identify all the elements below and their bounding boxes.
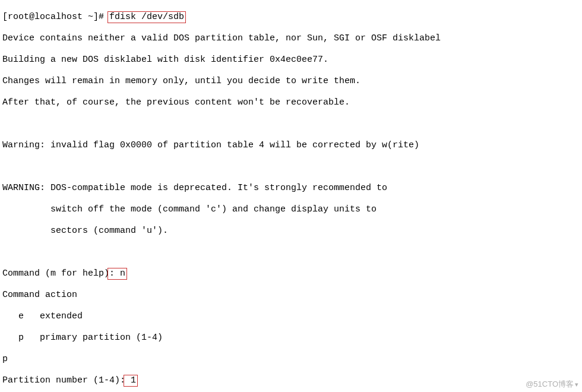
partition-number-line: Partition number (1-4): 1 xyxy=(2,375,580,386)
partition-number-prompt: Partition number (1-4): xyxy=(2,375,125,385)
output-line: Command action xyxy=(2,290,580,301)
cmd-fdisk: fdisk /dev/sdb xyxy=(107,11,186,23)
watermark-label: @51CTO博客▾ xyxy=(526,379,578,390)
output-line: sectors (command 'u'). xyxy=(2,226,580,236)
partition-number-input: 1 xyxy=(124,375,138,387)
output-line: Warning: invalid flag 0x0000 of partitio… xyxy=(2,140,580,151)
chevron-down-icon: ▾ xyxy=(575,381,578,388)
output-line: WARNING: DOS-compatible mode is deprecat… xyxy=(2,183,580,194)
output-line: After that, of course, the previous cont… xyxy=(2,97,580,108)
blank-line xyxy=(2,247,580,258)
output-line: p xyxy=(2,354,580,365)
output-line: p primary partition (1-4) xyxy=(2,333,580,343)
terminal-output[interactable]: [root@localhost ~]# fdisk /dev/sdb Devic… xyxy=(0,0,582,392)
watermark-text: @51CTO博客 xyxy=(526,380,574,388)
output-line: e extended xyxy=(2,311,580,322)
output-line: Changes will remain in memory only, unti… xyxy=(2,76,580,87)
blank-line xyxy=(2,119,580,129)
shell-prompt: [root@localhost ~]# xyxy=(2,12,109,22)
output-line: Building a new DOS disklabel with disk i… xyxy=(2,55,580,65)
cmd-prompt: Command (m for help) xyxy=(2,268,109,279)
prompt-line-1: [root@localhost ~]# fdisk /dev/sdb xyxy=(2,12,580,23)
cmd-input-n: : n xyxy=(107,268,127,280)
output-line: switch off the mode (command 'c') and ch… xyxy=(2,204,580,215)
cmd-prompt-line: Command (m for help): n xyxy=(2,268,580,279)
blank-line xyxy=(2,162,580,172)
output-line: Device contains neither a valid DOS part… xyxy=(2,33,580,44)
